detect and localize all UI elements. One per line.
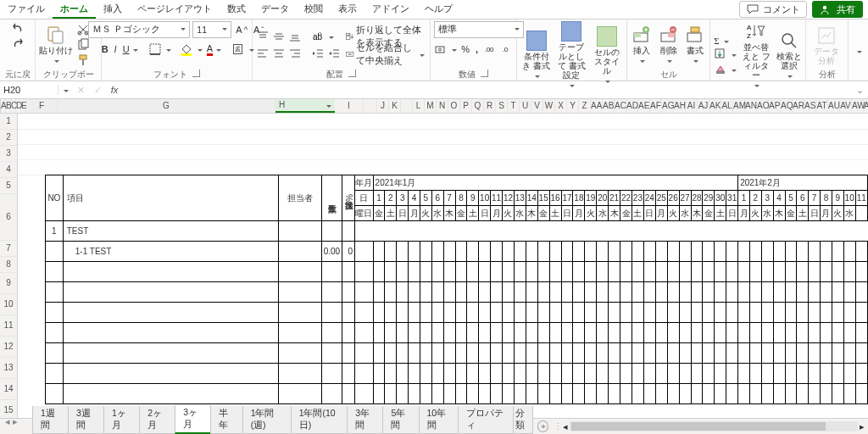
increase-decimal-icon[interactable]: .00 [482, 42, 496, 56]
column-header[interactable]: S [496, 99, 508, 113]
increase-font-icon[interactable]: A^ [234, 22, 249, 37]
font-color-icon[interactable]: A [205, 42, 223, 57]
column-header[interactable]: AV [840, 99, 852, 113]
autosum-button[interactable]: Σ [714, 36, 737, 46]
share-button[interactable]: 共有 [812, 1, 863, 18]
row-header[interactable]: 8 [0, 257, 17, 273]
column-header[interactable]: AD [626, 99, 638, 113]
column-header[interactable]: AJ [698, 99, 709, 113]
column-header[interactable] [364, 99, 377, 113]
table-format-button[interactable]: テーブルとして 書式設定 [556, 21, 588, 90]
align-top-icon[interactable] [256, 30, 270, 43]
menu-addin[interactable]: アドイン [364, 1, 417, 19]
row-header[interactable]: 15 [0, 400, 17, 418]
align-bottom-icon[interactable] [288, 30, 302, 43]
menu-file[interactable]: ファイル [0, 1, 53, 19]
column-header[interactable] [401, 99, 413, 113]
merge-center-button[interactable]: セルを結合して中央揃え [344, 47, 426, 62]
column-header[interactable]: AH [674, 99, 686, 113]
column-header[interactable]: AK [709, 99, 721, 113]
cancel-formula-icon[interactable]: ✕ [72, 85, 89, 96]
delete-cell-button[interactable]: 削除 [657, 25, 680, 65]
column-header[interactable]: U [520, 99, 531, 113]
column-header[interactable]: T [508, 99, 520, 113]
column-header[interactable]: H [275, 99, 335, 113]
align-middle-icon[interactable] [272, 30, 286, 43]
comma-icon[interactable]: , [474, 42, 480, 57]
underline-button[interactable]: U [121, 42, 140, 57]
undo-icon[interactable] [11, 21, 25, 35]
comments-button[interactable]: コメント [739, 1, 807, 18]
italic-button[interactable]: I [113, 42, 119, 57]
percent-icon[interactable]: % [459, 42, 471, 57]
name-box[interactable]: H20 [0, 85, 58, 95]
column-header[interactable]: AC [615, 99, 626, 113]
column-header[interactable]: AM [733, 99, 745, 113]
column-header[interactable]: AF [650, 99, 662, 113]
row-header[interactable]: 13 [0, 358, 17, 379]
namebox-dropdown-icon[interactable] [62, 85, 69, 95]
column-header[interactable]: AU [828, 99, 840, 113]
insert-function-icon[interactable]: fx [106, 85, 123, 95]
add-sheet-button[interactable]: ＋ [537, 420, 548, 432]
row-header[interactable]: 7 [0, 241, 17, 257]
column-header[interactable]: AB [603, 99, 615, 113]
column-header[interactable]: AT [816, 99, 828, 113]
column-header[interactable]: K [389, 99, 401, 113]
expand-formula-bar-icon[interactable]: ⌄ [856, 85, 868, 96]
row-header[interactable]: 9 [0, 273, 17, 294]
align-center-icon[interactable] [272, 47, 286, 60]
column-header[interactable]: AN [745, 99, 757, 113]
font-size-select[interactable]: 11 [192, 21, 231, 38]
bold-button[interactable]: B [100, 42, 110, 57]
menu-pagelayout[interactable]: ページレイアウト [130, 1, 220, 19]
row-header[interactable]: 2 [0, 130, 17, 146]
column-header[interactable]: M [425, 99, 437, 113]
column-header[interactable]: F [26, 99, 58, 113]
currency-icon[interactable] [434, 42, 448, 56]
column-header[interactable]: J [377, 99, 389, 113]
font-name-select[interactable]: ＭＳ Ｐゴシック [88, 21, 190, 38]
border-icon[interactable] [148, 42, 162, 56]
decrease-decimal-icon[interactable]: .0 [498, 42, 512, 56]
column-header[interactable]: AG [662, 99, 674, 113]
column-header[interactable]: AP [769, 99, 781, 113]
column-header[interactable]: R [484, 99, 496, 113]
menu-insert[interactable]: 挿入 [96, 1, 130, 19]
copy-icon[interactable] [76, 38, 90, 52]
menu-home[interactable]: ホーム [53, 1, 96, 19]
decrease-indent-icon[interactable] [311, 47, 325, 60]
column-header[interactable]: Z [579, 99, 591, 113]
column-header[interactable]: AQ [781, 99, 793, 113]
sheet-nav[interactable]: ◂ ▸ … [0, 419, 32, 434]
redo-icon[interactable] [11, 36, 25, 50]
column-header[interactable]: AI [686, 99, 698, 113]
sort-filter-button[interactable]: AZ並べ替えと フィルター [740, 21, 772, 90]
data-analysis-button[interactable]: データ 分析 [810, 25, 843, 65]
find-select-button[interactable]: 検索と 選択 [776, 31, 803, 81]
column-header[interactable]: AE [638, 99, 650, 113]
cell-style-button[interactable]: セルの スタイル [591, 26, 623, 86]
increase-indent-icon[interactable] [327, 47, 341, 60]
row-header[interactable]: 4 [0, 162, 17, 178]
column-header[interactable]: AO [757, 99, 769, 113]
format-cell-button[interactable]: 書式 [683, 25, 706, 65]
column-header[interactable]: P [460, 99, 472, 113]
phonetic-icon[interactable]: 孟 [231, 42, 245, 56]
menu-help[interactable]: ヘルプ [417, 1, 460, 19]
column-header[interactable]: L [413, 99, 425, 113]
fill-button[interactable] [714, 47, 737, 61]
cond-format-button[interactable]: 条件付き 書式 [520, 31, 553, 81]
column-header[interactable]: AR [793, 99, 804, 113]
orientation-icon[interactable]: ab [311, 30, 325, 43]
paste-button[interactable]: 貼り付け [39, 25, 73, 65]
column-header[interactable]: I [335, 99, 364, 113]
number-format-select[interactable]: 標準 [434, 21, 524, 38]
row-header[interactable]: 1 [0, 114, 17, 130]
column-header[interactable]: V [531, 99, 543, 113]
ribbon-options-icon[interactable] [855, 46, 862, 56]
menu-formulas[interactable]: 数式 [220, 1, 253, 19]
row-header[interactable]: 14 [0, 379, 17, 400]
format-painter-icon[interactable] [76, 53, 90, 67]
horizontal-scrollbar[interactable]: ◂ ▸ [563, 419, 868, 434]
